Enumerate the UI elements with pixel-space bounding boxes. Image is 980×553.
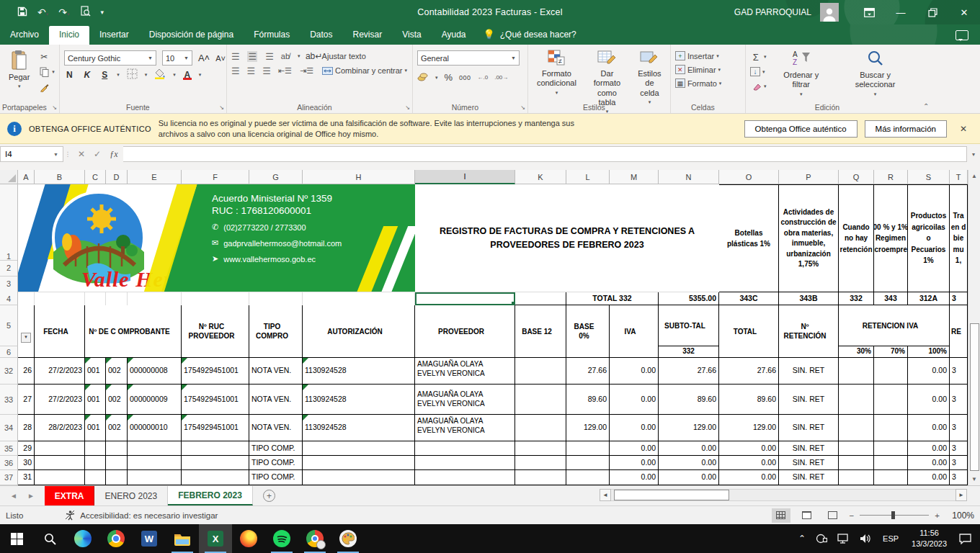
sheet-tab-enero[interactable]: ENERO 2023 xyxy=(94,486,168,505)
taskbar-firefox-icon[interactable] xyxy=(232,524,265,553)
cell[interactable]: 0.00 xyxy=(610,358,659,385)
header-a-filter[interactable] xyxy=(18,305,35,358)
row-header[interactable]: 34 xyxy=(0,415,18,441)
align-middle-icon[interactable]: ☰ xyxy=(247,51,258,62)
cell[interactable] xyxy=(515,456,566,470)
col-header[interactable]: B xyxy=(35,170,85,184)
header-t-fragment[interactable]: RE xyxy=(950,305,968,358)
tray-network-icon[interactable] xyxy=(832,534,855,544)
increase-decimal-icon[interactable]: ←.0 xyxy=(477,74,488,81)
cell[interactable]: 27/2/2023 xyxy=(35,358,85,385)
cell[interactable]: AMAGUAÑA OLAYA EVELYN VERONICA xyxy=(415,415,515,441)
cell[interactable]: 30 xyxy=(18,456,35,470)
orientation-icon[interactable]: ab̸ xyxy=(281,52,290,60)
autosum-button[interactable]: Σ▾ xyxy=(750,51,767,63)
cell[interactable]: 0.00 xyxy=(610,441,659,456)
cell[interactable] xyxy=(874,385,908,415)
total-value[interactable]: 5355.00 xyxy=(659,292,719,305)
col-header[interactable]: D xyxy=(106,170,128,184)
vertical-scroll-thumb[interactable] xyxy=(970,323,979,471)
dialog-launcher-icon[interactable]: ↘ xyxy=(405,104,410,111)
start-button[interactable] xyxy=(0,524,33,553)
dialog-launcher-icon[interactable]: ↘ xyxy=(520,104,525,111)
cell[interactable] xyxy=(515,292,566,305)
tell-me-search[interactable]: 💡¿Qué desea hacer? xyxy=(476,29,583,45)
taskbar-word-icon[interactable]: W xyxy=(133,524,166,553)
tab-ayuda[interactable]: Ayuda xyxy=(432,26,476,45)
page-layout-view-button[interactable] xyxy=(798,508,816,523)
cell[interactable] xyxy=(128,441,182,456)
tax-header-o[interactable]: Botellas plásticas 1% xyxy=(719,184,779,292)
code-343[interactable]: 343 xyxy=(874,292,908,305)
zoom-out-icon[interactable]: − xyxy=(850,511,855,520)
cell[interactable] xyxy=(415,456,515,470)
cell[interactable] xyxy=(85,441,106,456)
cell[interactable] xyxy=(874,456,908,470)
cell[interactable]: 89.60 xyxy=(719,385,779,415)
code-312a[interactable]: 312A xyxy=(908,292,950,305)
comma-style-icon[interactable]: 000 xyxy=(459,74,471,81)
horizontal-scroll-thumb[interactable] xyxy=(614,490,729,500)
cell[interactable] xyxy=(839,441,874,456)
row-header[interactable]: 5 xyxy=(0,305,18,346)
merge-center-button[interactable]: Combinar y centrar▾ xyxy=(321,65,407,76)
cell[interactable]: 1130924528 xyxy=(303,415,415,441)
total-332-label[interactable]: TOTAL 332 xyxy=(566,292,659,305)
zoom-slider[interactable]: − + xyxy=(850,511,940,520)
cell[interactable]: 1130924528 xyxy=(303,358,415,385)
cell[interactable] xyxy=(85,292,106,305)
cell[interactable] xyxy=(874,415,908,441)
language-indicator[interactable]: ESP xyxy=(877,534,904,543)
more-info-button[interactable]: Más información xyxy=(865,120,947,138)
cell[interactable] xyxy=(106,292,128,305)
cell[interactable]: AMAGUAÑA OLAYA EVELYN VERONICA xyxy=(415,358,515,385)
code-332[interactable]: 332 xyxy=(839,292,874,305)
cell[interactable] xyxy=(515,358,566,385)
horizontal-scrollbar[interactable]: ◄ ► xyxy=(600,488,967,501)
cell[interactable]: 129.00 xyxy=(659,415,719,441)
font-size-select[interactable]: 10▼ xyxy=(162,50,192,66)
cell[interactable]: 0.00 xyxy=(659,456,719,470)
selected-cell-I4[interactable] xyxy=(415,292,515,305)
cell[interactable] xyxy=(35,441,85,456)
cell[interactable]: 0.00 xyxy=(659,470,719,485)
cell[interactable] xyxy=(874,358,908,385)
cell[interactable]: 89.60 xyxy=(566,385,610,415)
enter-icon[interactable]: ✓ xyxy=(94,149,101,159)
taskbar-paint-icon[interactable] xyxy=(331,524,365,553)
col-header[interactable]: N xyxy=(659,170,719,184)
cut-button[interactable]: ✂ xyxy=(38,51,55,63)
cell[interactable]: 002 xyxy=(106,358,128,385)
cell[interactable]: 3 xyxy=(950,415,968,441)
cell[interactable]: 3 xyxy=(950,441,968,456)
col-header[interactable]: Q xyxy=(839,170,874,184)
tax-header-r[interactable]: 100 % y 1%.- Regimen microempresa xyxy=(874,184,908,292)
header-base0[interactable]: BASE 0% xyxy=(566,305,610,358)
filter-icon[interactable] xyxy=(21,333,31,343)
cell[interactable]: SIN. RET xyxy=(779,441,839,456)
cell[interactable]: 0.00 xyxy=(719,456,779,470)
cell[interactable]: 0.00 xyxy=(610,470,659,485)
accounting-format-icon[interactable] xyxy=(417,72,429,83)
header-subtotal[interactable]: SUBTO-TAL xyxy=(659,305,719,346)
tray-volume-icon[interactable] xyxy=(855,534,877,544)
find-select-button[interactable]: Buscar y seleccionar▾ xyxy=(836,48,914,102)
taskbar-clock[interactable]: 11:5613/3/2023 xyxy=(904,528,954,549)
vertical-scrollbar[interactable]: ▲ ▼ xyxy=(968,170,980,485)
cell[interactable]: 0.00 xyxy=(719,441,779,456)
cell[interactable]: AMAGUAÑA OLAYA EVELYN VERONICA xyxy=(415,385,515,415)
accessibility-status[interactable]: Accesibilidad: es necesario investigar xyxy=(65,510,218,521)
cell[interactable] xyxy=(35,292,85,305)
cell[interactable]: SIN. RET xyxy=(779,415,839,441)
get-genuine-office-button[interactable]: Obtenga Office auténtico xyxy=(744,120,858,138)
cell[interactable] xyxy=(874,470,908,485)
sort-filter-button[interactable]: AZ Ordenar y filtrar▾ xyxy=(770,48,832,102)
cell[interactable] xyxy=(303,456,415,470)
cell[interactable]: 27.66 xyxy=(719,358,779,385)
col-header-selected[interactable]: I xyxy=(415,170,515,184)
header-autorizacion[interactable]: AUTORIZACIÓN xyxy=(303,305,415,358)
delete-cells-button[interactable]: ✕Eliminar▾ xyxy=(675,65,721,74)
increase-font-icon[interactable]: A˄ xyxy=(198,53,210,63)
cell[interactable]: 000000010 xyxy=(128,415,182,441)
row-header[interactable]: 33 xyxy=(0,385,18,415)
